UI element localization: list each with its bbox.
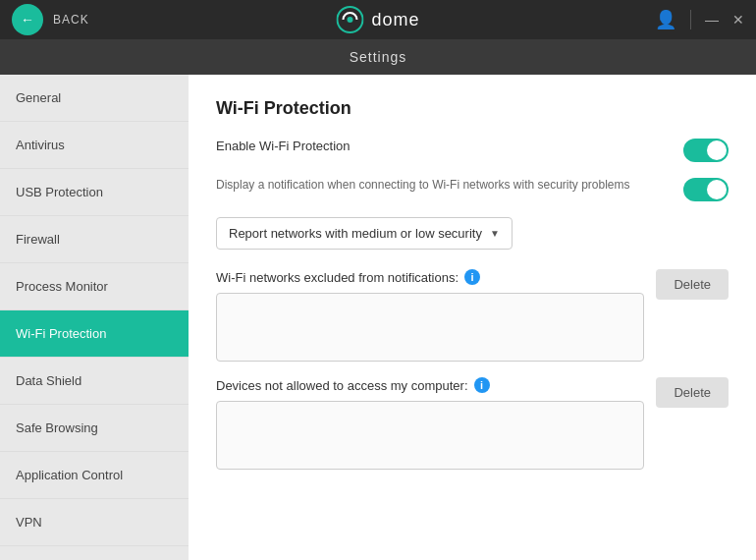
sidebar-item-data-shield[interactable]: Data Shield bbox=[0, 358, 189, 405]
setting-notify-wifi: Display a notification when connecting t… bbox=[216, 178, 729, 201]
page-title: Wi-Fi Protection bbox=[216, 98, 729, 119]
sidebar-item-wifi-protection[interactable]: Wi-Fi Protection bbox=[0, 310, 189, 358]
excluded-networks-label: Wi-Fi networks excluded from notificatio… bbox=[216, 269, 644, 285]
svg-point-1 bbox=[347, 17, 352, 23]
excluded-networks-delete-button[interactable]: Delete bbox=[656, 269, 729, 300]
setting-enable-wifi: Enable Wi-Fi Protection bbox=[216, 139, 729, 162]
enable-wifi-toggle[interactable] bbox=[683, 139, 729, 162]
title-bar-left: ← BACK bbox=[12, 4, 89, 35]
title-bar-right: 👤 — ✕ bbox=[655, 9, 744, 30]
main-layout: General Antivirus USB Protection Firewal… bbox=[0, 75, 756, 560]
dropdown-wrapper: Report networks with medium or low secur… bbox=[216, 217, 729, 250]
excluded-networks-content: Wi-Fi networks excluded from notificatio… bbox=[216, 269, 644, 362]
sidebar-item-process-monitor[interactable]: Process Monitor bbox=[0, 263, 189, 310]
devices-not-allowed-content: Devices not allowed to access my compute… bbox=[216, 377, 644, 470]
back-button[interactable]: ← bbox=[12, 4, 43, 35]
dropdown-value: Report networks with medium or low secur… bbox=[229, 226, 482, 241]
settings-title: Settings bbox=[350, 49, 407, 65]
notify-wifi-label: Display a notification when connecting t… bbox=[216, 178, 630, 192]
back-label: BACK bbox=[53, 13, 89, 27]
devices-not-allowed-delete-button[interactable]: Delete bbox=[656, 377, 729, 408]
sidebar-item-firewall[interactable]: Firewall bbox=[0, 216, 189, 263]
sidebar-item-application-control[interactable]: Application Control bbox=[0, 452, 189, 499]
logo-text: dome bbox=[371, 10, 419, 30]
sub-header: Settings bbox=[0, 39, 756, 75]
devices-not-allowed-info-icon[interactable]: i bbox=[474, 377, 490, 393]
excluded-networks-info-icon[interactable]: i bbox=[464, 269, 480, 285]
dropdown-arrow-icon: ▼ bbox=[490, 228, 500, 239]
sidebar-item-safe-browsing[interactable]: Safe Browsing bbox=[0, 405, 189, 452]
report-dropdown[interactable]: Report networks with medium or low secur… bbox=[216, 217, 513, 250]
sidebar-item-usb-protection[interactable]: USB Protection bbox=[0, 169, 189, 216]
user-icon[interactable]: 👤 bbox=[655, 9, 676, 30]
minimize-button[interactable]: — bbox=[705, 13, 719, 27]
sidebar-item-antivirus[interactable]: Antivirus bbox=[0, 122, 189, 169]
devices-not-allowed-textarea[interactable] bbox=[216, 401, 644, 470]
sidebar-item-general[interactable]: General bbox=[0, 75, 189, 122]
title-bar: ← BACK dome 👤 — ✕ bbox=[0, 0, 756, 39]
logo-area: dome bbox=[336, 6, 419, 33]
excluded-networks-textarea[interactable] bbox=[216, 293, 644, 362]
enable-wifi-label: Enable Wi-Fi Protection bbox=[216, 139, 351, 153]
devices-not-allowed-label: Devices not allowed to access my compute… bbox=[216, 377, 644, 393]
content-area: Wi-Fi Protection Enable Wi-Fi Protection… bbox=[189, 75, 756, 560]
dome-logo-icon bbox=[336, 6, 363, 33]
sidebar: General Antivirus USB Protection Firewal… bbox=[0, 75, 189, 560]
close-button[interactable]: ✕ bbox=[732, 13, 744, 27]
devices-not-allowed-section: Devices not allowed to access my compute… bbox=[216, 377, 729, 470]
excluded-networks-section: Wi-Fi networks excluded from notificatio… bbox=[216, 269, 729, 362]
notify-wifi-toggle[interactable] bbox=[683, 178, 729, 201]
separator bbox=[690, 10, 691, 29]
sidebar-item-vpn[interactable]: VPN bbox=[0, 499, 189, 546]
